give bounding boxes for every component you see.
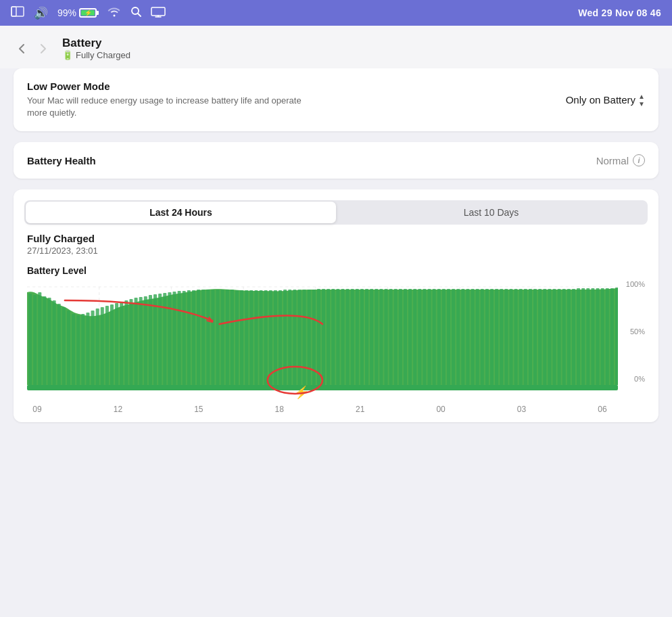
y-label-100: 100%	[618, 280, 645, 288]
chart-info: Fully Charged 27/11/2023, 23:01	[14, 225, 658, 260]
menubar-left: 🔊 99% ⚡	[11, 6, 166, 20]
svg-rect-41	[153, 294, 157, 385]
svg-rect-37	[135, 298, 138, 385]
svg-rect-115	[509, 289, 512, 385]
battery-chart-container: Battery Level	[14, 260, 658, 422]
svg-rect-53	[211, 290, 214, 385]
volume-icon[interactable]: 🔊	[34, 6, 48, 20]
battery-status[interactable]: 99% ⚡	[57, 7, 98, 18]
chart-fully-charged-label: Fully Charged	[27, 233, 645, 244]
svg-rect-20	[53, 300, 56, 385]
svg-rect-73	[308, 290, 311, 385]
battery-health-row: Battery Health Normal i	[27, 154, 645, 166]
nav-header: Battery 🔋 Fully Charged	[0, 26, 672, 68]
svg-rect-69	[288, 290, 291, 385]
svg-rect-96	[418, 289, 421, 385]
cast-icon[interactable]	[151, 7, 166, 20]
x-label-21: 21	[350, 405, 370, 414]
chart-wrapper: ⚡ 100% 50% 0%	[27, 280, 645, 402]
svg-rect-56	[226, 290, 229, 385]
info-icon[interactable]: i	[633, 154, 645, 166]
svg-rect-82	[351, 289, 354, 385]
svg-rect-22	[62, 307, 66, 385]
forward-button[interactable]	[35, 41, 51, 57]
chart-y-labels: 100% 50% 0%	[618, 280, 645, 402]
svg-rect-80	[341, 289, 344, 385]
svg-rect-117	[519, 289, 523, 385]
svg-rect-124	[552, 289, 556, 385]
svg-rect-79	[336, 289, 339, 385]
y-label-50: 50%	[618, 327, 645, 336]
battery-subtitle-text: Fully Charged	[76, 50, 130, 60]
chart-x-labels: 09 12 15 18 21 00 03 06	[27, 402, 645, 419]
battery-bolt-icon: ⚡	[85, 9, 92, 16]
svg-rect-72	[303, 290, 306, 385]
svg-rect-24	[72, 314, 75, 385]
svg-rect-102	[447, 289, 450, 385]
battery-health-title: Battery Health	[27, 155, 96, 166]
svg-rect-91	[394, 289, 398, 385]
svg-rect-57	[231, 290, 234, 385]
svg-rect-131	[586, 288, 590, 385]
svg-rect-19	[47, 298, 51, 385]
svg-rect-28	[91, 311, 95, 385]
svg-rect-75	[317, 289, 320, 385]
chevron-updown-icon: ▲ ▼	[638, 93, 645, 108]
svg-rect-65	[269, 290, 272, 385]
low-power-mode-select[interactable]: Only on Battery ▲ ▼	[566, 93, 645, 108]
svg-rect-135	[606, 288, 609, 385]
svg-rect-47	[183, 291, 186, 385]
sidebar-icon[interactable]	[11, 6, 24, 20]
svg-rect-63	[260, 290, 263, 385]
tab-24h[interactable]: Last 24 Hours	[26, 202, 336, 223]
svg-rect-45	[172, 292, 176, 385]
low-power-mode-left: Low Power Mode Your Mac will reduce ener…	[27, 81, 311, 119]
search-icon[interactable]	[130, 6, 141, 20]
svg-rect-30	[101, 307, 104, 385]
svg-rect-138	[27, 385, 618, 390]
back-button[interactable]	[14, 41, 30, 57]
svg-rect-40	[149, 295, 152, 385]
battery-health-card: Battery Health Normal i	[14, 142, 658, 179]
wifi-icon[interactable]	[107, 6, 121, 20]
tab-10d[interactable]: Last 10 Days	[336, 202, 646, 223]
x-label-09: 09	[27, 405, 47, 414]
battery-subtitle-icon: 🔋	[62, 50, 73, 60]
svg-rect-94	[408, 289, 412, 385]
svg-rect-118	[524, 289, 527, 385]
x-label-18: 18	[269, 405, 289, 414]
chart-fully-charged-date: 27/11/2023, 23:01	[27, 246, 645, 256]
svg-rect-25	[76, 315, 80, 385]
svg-rect-105	[461, 289, 464, 385]
svg-rect-61	[249, 290, 253, 385]
svg-rect-31	[105, 306, 109, 385]
svg-rect-83	[356, 289, 359, 385]
svg-rect-71	[297, 290, 301, 385]
svg-rect-134	[601, 288, 604, 385]
svg-rect-26	[81, 314, 85, 385]
svg-rect-90	[389, 289, 393, 385]
chart-svg-area: ⚡	[27, 280, 618, 402]
svg-rect-34	[120, 302, 123, 385]
low-power-mode-desc: Your Mac will reduce energy usage to inc…	[27, 95, 311, 119]
svg-rect-52	[206, 290, 210, 385]
svg-rect-127	[567, 289, 571, 385]
svg-rect-88	[379, 289, 383, 385]
svg-rect-89	[384, 289, 387, 385]
svg-rect-46	[178, 291, 181, 385]
svg-rect-101	[442, 289, 446, 385]
svg-rect-109	[481, 289, 484, 385]
low-power-mode-row: Low Power Mode Your Mac will reduce ener…	[27, 81, 645, 119]
svg-rect-108	[476, 289, 479, 385]
battery-health-value: Normal	[596, 155, 629, 166]
svg-rect-60	[245, 290, 248, 385]
svg-rect-123	[548, 289, 551, 385]
svg-rect-97	[423, 289, 426, 385]
svg-rect-49	[192, 290, 195, 385]
y-label-0: 0%	[618, 375, 645, 383]
svg-rect-129	[577, 288, 580, 385]
svg-rect-136	[610, 288, 614, 385]
svg-rect-132	[591, 288, 594, 385]
svg-rect-100	[437, 289, 441, 385]
svg-rect-32	[110, 304, 114, 385]
